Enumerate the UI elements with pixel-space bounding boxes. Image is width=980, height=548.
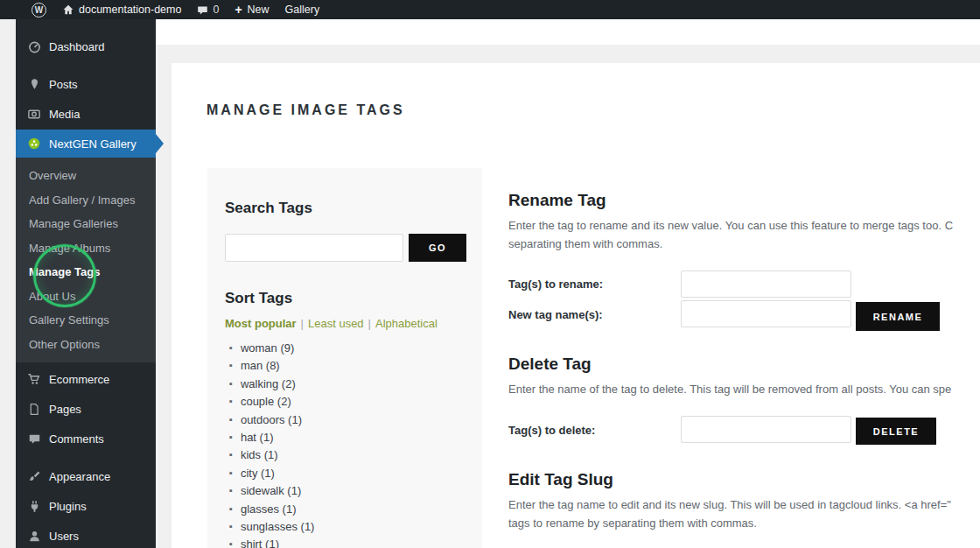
sidebar-item-ecommerce[interactable]: Ecommerce [16, 365, 156, 393]
site-name-link[interactable]: documentation-demo [54, 0, 189, 19]
sidebar-item-label: NextGEN Gallery [49, 137, 136, 151]
submenu-item-other-options[interactable]: Other Options [16, 333, 156, 357]
sort-alphabetical-link[interactable]: Alphabetical [375, 317, 438, 330]
admin-sidebar: Dashboard Posts Media NextGEN Gallery Ov… [16, 19, 156, 548]
submenu-item-gallery-settings[interactable]: Gallery Settings [16, 308, 156, 333]
admin-bar: W documentation-demo 0 + New Gallery [0, 0, 980, 19]
sidebar-item-pages[interactable]: Pages [16, 395, 156, 423]
tags-to-delete-label: Tag(s) to delete: [508, 424, 595, 437]
tags-to-delete-input[interactable] [681, 416, 851, 443]
tag-list-item[interactable]: shirt (1) [225, 536, 314, 548]
edit-tag-slug-heading: Edit Tag Slug [508, 470, 613, 489]
sidebar-item-comments[interactable]: Comments [16, 425, 156, 453]
content-area: MANAGE IMAGE TAGS Search Tags GO Sort Ta… [156, 19, 980, 548]
sidebar-item-label: Pages [49, 403, 81, 416]
tag-list-item[interactable]: sunglasses (1) [225, 518, 314, 536]
search-row: GO [225, 234, 466, 262]
tag-list-item[interactable]: hat (1) [225, 429, 314, 446]
gallery-menu[interactable]: Gallery [277, 0, 328, 19]
submenu-item-manage-galleries[interactable]: Manage Galleries [16, 212, 156, 236]
nextgen-gallery-icon [25, 137, 43, 151]
edit-tag-slug-description-line2: tags to rename by separating them with c… [508, 516, 757, 530]
new-content-menu[interactable]: + New [227, 0, 276, 19]
tag-list-item[interactable]: sidewalk (1) [225, 482, 314, 500]
tag-list-item[interactable]: glasses (1) [225, 501, 314, 518]
rename-tag-heading: Rename Tag [508, 191, 606, 210]
gallery-label: Gallery [285, 4, 320, 16]
submenu-item-manage-albums[interactable]: Manage Albums [16, 236, 156, 261]
tags-to-rename-label: Tag(s) to rename: [508, 278, 603, 291]
edit-tag-slug-description-line1: Enter the tag name to edit and its new s… [508, 498, 951, 512]
page-title: MANAGE IMAGE TAGS [206, 102, 405, 118]
tag-search-input[interactable] [225, 234, 403, 262]
wordpress-logo-letter: W [35, 5, 43, 15]
sidebar-item-dashboard[interactable]: Dashboard [16, 32, 156, 60]
sidebar-item-nextgen-gallery[interactable]: NextGEN Gallery [16, 130, 156, 158]
camera-icon [25, 107, 43, 121]
manage-tags-card: MANAGE IMAGE TAGS Search Tags GO Sort Ta… [172, 63, 980, 548]
delete-button[interactable]: DELETE [856, 418, 936, 445]
site-name-label: documentation-demo [79, 4, 181, 16]
tag-list-item[interactable]: couple (2) [225, 393, 314, 411]
new-tag-names-label: New tag name(s): [508, 308, 603, 321]
sidebar-item-plugins[interactable]: Plugins [16, 492, 156, 520]
tags-to-rename-input[interactable] [681, 270, 851, 298]
nextgen-submenu: Overview Add Gallery / Images Manage Gal… [16, 158, 156, 362]
speech-bubble-icon [25, 432, 43, 446]
separator: | [368, 317, 371, 330]
comment-count: 0 [213, 4, 219, 16]
submenu-item-overview[interactable]: Overview [16, 164, 156, 188]
sidebar-item-posts[interactable]: Posts [16, 70, 156, 98]
tag-list-item[interactable]: city (1) [225, 465, 314, 482]
go-button[interactable]: GO [409, 234, 466, 262]
separator: | [301, 317, 304, 330]
rename-tag-description-line1: Enter the tag to rename and its new valu… [508, 219, 953, 233]
tag-list-item[interactable]: outdoors (1) [225, 411, 314, 429]
dashboard-icon [25, 39, 43, 54]
sidebar-item-label: Users [49, 530, 79, 543]
delete-tag-heading: Delete Tag [508, 355, 592, 374]
comment-bubble-icon [197, 4, 208, 16]
sidebar-item-label: Posts [49, 78, 78, 91]
sidebar-item-label: Comments [49, 432, 104, 446]
submenu-item-manage-tags[interactable]: Manage Tags [16, 260, 156, 285]
delete-tag-description-line1: Enter the name of the tag to delete. Thi… [508, 383, 951, 397]
sidebar-item-appearance[interactable]: Appearance [16, 462, 156, 490]
tag-list-item[interactable]: kids (1) [225, 446, 314, 464]
tag-list-item[interactable]: walking (2) [225, 376, 314, 393]
tag-list-item[interactable]: man (8) [225, 357, 314, 375]
tag-search-panel: Search Tags GO Sort Tags Most popular|Le… [207, 168, 482, 548]
tag-list-item[interactable]: woman (9) [225, 340, 314, 357]
submenu-item-about-us[interactable]: About Us [16, 285, 156, 309]
sidebar-item-label: Media [49, 108, 80, 121]
sort-least-used-link[interactable]: Least used [308, 317, 364, 330]
home-icon [62, 4, 74, 16]
pin-icon [25, 78, 43, 91]
user-icon [25, 530, 43, 543]
rename-button[interactable]: RENAME [856, 302, 940, 331]
comments-indicator[interactable]: 0 [189, 0, 227, 19]
cart-icon [25, 372, 43, 386]
page-icon [25, 403, 43, 416]
paintbrush-icon [25, 470, 43, 483]
tag-list: woman (9) man (8) walking (2) couple (2)… [225, 340, 314, 548]
sort-links: Most popular|Least used|Alphabetical [225, 317, 438, 330]
sidebar-item-label: Plugins [49, 500, 87, 513]
rename-tag-description-line2: separating them with commas. [508, 237, 662, 251]
sidebar-item-label: Ecommerce [49, 373, 109, 386]
submenu-item-add-gallery-images[interactable]: Add Gallery / Images [16, 188, 156, 213]
plus-icon: + [234, 4, 242, 16]
wordpress-logo-menu[interactable]: W [24, 0, 54, 19]
search-tags-heading: Search Tags [225, 200, 312, 217]
sidebar-item-label: Appearance [49, 470, 110, 483]
sort-tags-heading: Sort Tags [225, 290, 292, 307]
sidebar-item-users[interactable]: Users [16, 522, 156, 548]
plug-icon [25, 500, 43, 513]
new-label: New [248, 4, 270, 16]
new-tag-names-input[interactable] [681, 300, 851, 327]
content-top-band [156, 19, 980, 45]
sidebar-item-media[interactable]: Media [16, 100, 156, 128]
wordpress-admin-page: { "admin_bar": { "wp_logo_letter": "W", … [0, 0, 980, 548]
wordpress-logo-icon: W [32, 3, 46, 18]
sort-most-popular-link[interactable]: Most popular [225, 317, 297, 330]
